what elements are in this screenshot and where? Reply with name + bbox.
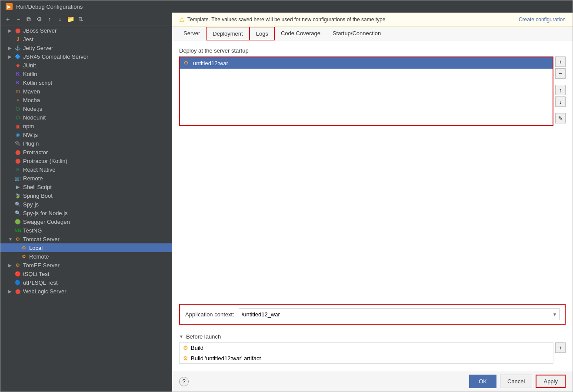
kotlin-icon: K <box>14 70 21 77</box>
remove-deployment-button[interactable]: − <box>555 68 566 79</box>
sidebar-item-react-native[interactable]: ⚛ React Native <box>0 165 172 174</box>
artifact-build-icon: ⚙ <box>183 355 188 362</box>
sidebar-item-label: npm <box>23 123 34 130</box>
plugin-icon: 🔌 <box>14 140 21 147</box>
sidebar-item-shell-script[interactable]: ▶ Shell Script <box>0 183 172 191</box>
sidebar-item-kotlin[interactable]: K Kotlin <box>0 70 172 78</box>
sidebar-item-nodeunit[interactable]: ⬡ Nodeunit <box>0 113 172 122</box>
warning-text-content: Template. The values saved here will be … <box>187 17 385 23</box>
sidebar-item-tomcat-remote[interactable]: ⚙ Remote <box>0 252 172 261</box>
jest-icon: J <box>14 36 21 43</box>
sidebar-item-label: Shell Script <box>23 184 52 190</box>
app-icon: ▶ <box>6 3 13 10</box>
app-context-label: Application context: <box>185 311 234 318</box>
deployment-item[interactable]: ⚙ untitled12:war <box>180 57 553 69</box>
before-launch-collapse-icon: ▼ <box>179 334 183 339</box>
edit-deployment-button[interactable]: ✎ <box>555 113 566 123</box>
sidebar-item-tsqlt[interactable]: 🔴 tSQLt Test <box>0 269 172 278</box>
before-launch-header[interactable]: ▼ Before launch <box>179 333 566 340</box>
folder-button[interactable]: 📁 <box>66 14 75 24</box>
sidebar-item-jboss[interactable]: ▶ ⬤ JBoss Server <box>0 26 172 35</box>
sidebar-item-swagger[interactable]: 🟢 Swagger Codegen <box>0 217 172 226</box>
move-down-deployment-button[interactable]: ↓ <box>555 96 566 107</box>
kotlin-script-icon: K <box>14 79 21 86</box>
sidebar-item-utplsql[interactable]: 🔵 utPLSQL Test <box>0 278 172 287</box>
add-before-launch-button[interactable]: + <box>555 342 566 353</box>
sidebar-item-jetty[interactable]: ▶ ⚓ Jetty Server <box>0 43 172 52</box>
sidebar-item-protractor-kotlin[interactable]: ⬤ Protractor (Kotlin) <box>0 156 172 165</box>
sidebar-item-label: Plugin <box>23 140 39 147</box>
sidebar-item-label: Remote <box>29 253 49 260</box>
app-context-section: Application context: /untitled12_war ▼ <box>179 304 566 325</box>
expand-arrow-down: ▼ <box>8 237 14 242</box>
move-down-button[interactable]: ↓ <box>55 14 65 24</box>
tab-deployment[interactable]: Deployment <box>206 27 249 40</box>
before-launch-section: ▼ Before launch ⚙ Build ⚙ Build 'untitle… <box>179 333 566 364</box>
before-launch-item-build[interactable]: ⚙ Build <box>180 343 553 353</box>
sidebar-item-label: NW.js <box>23 132 38 138</box>
deployment-list-container: ⚙ untitled12:war <box>179 56 553 126</box>
tomee-icon: ⚙ <box>14 262 21 269</box>
tomcat-icon: ⚙ <box>14 236 21 243</box>
sidebar-item-tomcat-local[interactable]: ⚙ Local <box>0 243 172 252</box>
sidebar-item-label: TestNG <box>23 227 42 234</box>
add-config-button[interactable]: + <box>3 14 13 24</box>
before-launch-item-artifact[interactable]: ⚙ Build 'untitled12:war' artifact <box>180 353 553 363</box>
move-up-button[interactable]: ↑ <box>45 14 54 24</box>
deployment-section-label: Deploy at the server startup <box>179 47 566 54</box>
spy-js-node-icon: 🔍 <box>14 209 21 216</box>
help-button[interactable]: ? <box>179 377 189 386</box>
sidebar-item-plugin[interactable]: 🔌 Plugin <box>0 139 172 148</box>
sidebar-item-weblogic[interactable]: ▶ ⬤ WebLogic Server <box>0 287 172 296</box>
sidebar-item-jsr45[interactable]: ▶ 🔷 JSR45 Compatible Server <box>0 52 172 61</box>
tab-startup[interactable]: Startup/Connection <box>326 27 387 40</box>
sidebar-item-maven[interactable]: m Maven <box>0 87 172 96</box>
utplsql-icon: 🔵 <box>14 279 21 286</box>
add-deployment-button[interactable]: + <box>555 56 566 67</box>
sidebar-item-jest[interactable]: J Jest <box>0 35 172 43</box>
sidebar-item-protractor[interactable]: ⬤ Protractor <box>0 148 172 156</box>
sidebar-item-nwjs[interactable]: ◉ NW.js <box>0 130 172 139</box>
spring-boot-icon: 🍃 <box>14 192 21 199</box>
sidebar-item-spy-js[interactable]: 🔍 Spy-js <box>0 200 172 209</box>
sidebar-item-spy-js-node[interactable]: 🔍 Spy-js for Node.js <box>0 209 172 217</box>
nodejs-icon: ⬡ <box>14 105 21 112</box>
sidebar-item-npm[interactable]: ▣ npm <box>0 122 172 130</box>
settings-button[interactable]: ⚙ <box>34 14 44 24</box>
sidebar-item-label: Tomcat Server <box>23 236 60 243</box>
bottom-bar: ? OK Cancel Apply <box>172 371 573 392</box>
cancel-button[interactable]: Cancel <box>500 375 532 388</box>
spy-js-icon: 🔍 <box>14 201 21 208</box>
artifact-icon: ⚙ <box>183 60 190 66</box>
create-configuration-link[interactable]: Create configuration <box>519 17 566 23</box>
app-context-select[interactable]: /untitled12_war <box>239 308 560 320</box>
build-icon: ⚙ <box>183 345 188 351</box>
before-launch-item-label: Build 'untitled12:war' artifact <box>191 355 261 362</box>
ok-button[interactable]: OK <box>469 375 496 388</box>
sidebar-item-junit[interactable]: ◆ JUnit <box>0 61 172 70</box>
sort-button[interactable]: ⇅ <box>76 14 86 24</box>
warning-message: ⚠ Template. The values saved here will b… <box>179 16 385 23</box>
sidebar-item-kotlin-script[interactable]: K Kotlin script <box>0 78 172 87</box>
jsr45-icon: 🔷 <box>14 53 21 60</box>
sidebar-item-tomee[interactable]: ▶ ⚙ TomEE Server <box>0 261 172 269</box>
shell-script-icon: ▶ <box>14 183 21 190</box>
sidebar-item-mocha[interactable]: ● Mocha <box>0 96 172 104</box>
sidebar-item-nodejs[interactable]: ⬡ Node.js <box>0 104 172 113</box>
sidebar-item-spring-boot[interactable]: 🍃 Spring Boot <box>0 191 172 200</box>
move-up-deployment-button[interactable]: ↑ <box>555 85 566 95</box>
apply-button[interactable]: Apply <box>536 375 566 388</box>
tab-server[interactable]: Server <box>177 27 206 40</box>
sidebar-item-label: Node.js <box>23 106 42 112</box>
tab-logs[interactable]: Logs <box>250 27 275 40</box>
copy-config-button[interactable]: ⧉ <box>24 14 33 24</box>
sidebar-item-label: Protractor (Kotlin) <box>23 158 67 164</box>
sidebar-item-testng[interactable]: NG TestNG <box>0 226 172 235</box>
react-native-icon: ⚛ <box>14 166 21 173</box>
tab-code-coverage[interactable]: Code Coverage <box>275 27 326 40</box>
sidebar-item-tomcat[interactable]: ▼ ⚙ Tomcat Server <box>0 235 172 243</box>
tomcat-remote-icon: ⚙ <box>20 253 27 260</box>
remove-config-button[interactable]: − <box>13 14 23 24</box>
expand-arrow: ▶ <box>8 28 14 33</box>
sidebar-item-remote[interactable]: 📺 Remote <box>0 174 172 183</box>
